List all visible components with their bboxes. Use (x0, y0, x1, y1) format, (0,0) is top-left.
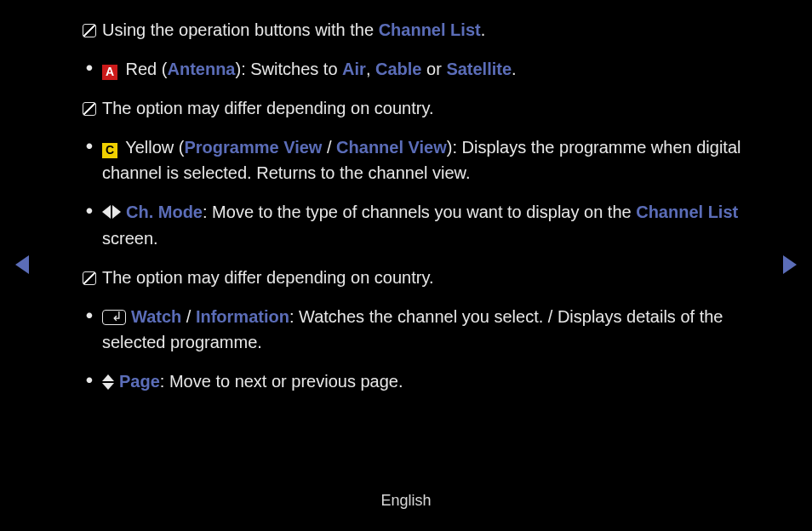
highlight-term: Channel List (379, 20, 481, 39)
highlight-term: Programme View (185, 138, 323, 157)
note-icon (83, 24, 96, 37)
highlight-term: Satellite (446, 60, 512, 78)
help-line: The option may differ depending on count… (77, 95, 761, 121)
language-label: English (0, 492, 812, 510)
text: screen. (102, 229, 158, 248)
highlight-term: Cable (375, 60, 421, 78)
text: , (366, 60, 375, 78)
highlight-term: Watch (131, 307, 181, 326)
text: / (181, 307, 196, 326)
help-line: Watch / Information: Watches the channel… (77, 304, 761, 355)
help-line-text: Watch / Information: Watches the channel… (102, 304, 761, 355)
bullet-icon (77, 56, 102, 82)
help-line-text: Using the operation buttons with the Cha… (102, 17, 761, 43)
help-line-text: The option may differ depending on count… (102, 95, 761, 121)
bullet-icon (77, 134, 102, 186)
help-line: The option may differ depending on count… (77, 265, 761, 290)
text: Yellow ( (121, 138, 185, 157)
note-icon (83, 102, 96, 116)
text: The option may differ depending on count… (102, 268, 434, 287)
help-line: Using the operation buttons with the Cha… (77, 17, 761, 43)
help-content: Using the operation buttons with the Cha… (0, 0, 812, 394)
bullet-icon (77, 304, 102, 355)
nav-next-button[interactable] (783, 255, 797, 274)
highlight-term: Ch. Mode (126, 203, 203, 221)
red-button-icon: A (102, 65, 117, 80)
bullet-icon (77, 368, 102, 394)
help-line: Page: Move to next or previous page. (77, 368, 761, 394)
text: : Move to the type of channels you want … (203, 203, 636, 221)
text: ): Switches to (235, 60, 342, 78)
text: . (512, 60, 517, 78)
text: or (421, 60, 446, 78)
highlight-term: Channel View (336, 138, 447, 157)
help-line-text: The option may differ depending on count… (102, 265, 761, 290)
text: : Move to next or previous page. (160, 372, 403, 391)
enter-icon (102, 310, 126, 325)
help-line-text: C Yellow (Programme View / Channel View)… (102, 134, 761, 186)
text: / (322, 138, 336, 157)
help-line-text: Page: Move to next or previous page. (102, 368, 761, 394)
highlight-term: Air (342, 60, 366, 78)
text: The option may differ depending on count… (102, 99, 434, 117)
nav-prev-button[interactable] (15, 255, 29, 274)
highlight-term: Information (196, 307, 289, 326)
bullet-icon (77, 199, 102, 251)
help-line-text: Ch. Mode: Move to the type of channels y… (102, 199, 761, 251)
note-icon (83, 271, 96, 285)
text: . (481, 20, 486, 39)
help-line: Ch. Mode: Move to the type of channels y… (77, 199, 761, 251)
help-line: C Yellow (Programme View / Channel View)… (77, 134, 761, 186)
highlight-term: Page (119, 372, 160, 391)
left-right-arrow-icon (102, 200, 121, 226)
help-line-text: A Red (Antenna): Switches to Air, Cable … (102, 56, 761, 82)
highlight-term: Channel List (636, 203, 738, 221)
text: Red ( (121, 60, 167, 78)
text: Using the operation buttons with the (102, 20, 379, 39)
help-line: A Red (Antenna): Switches to Air, Cable … (77, 56, 761, 82)
highlight-term: Antenna (167, 60, 235, 78)
up-down-arrow-icon (102, 374, 114, 390)
yellow-button-icon: C (102, 143, 117, 158)
